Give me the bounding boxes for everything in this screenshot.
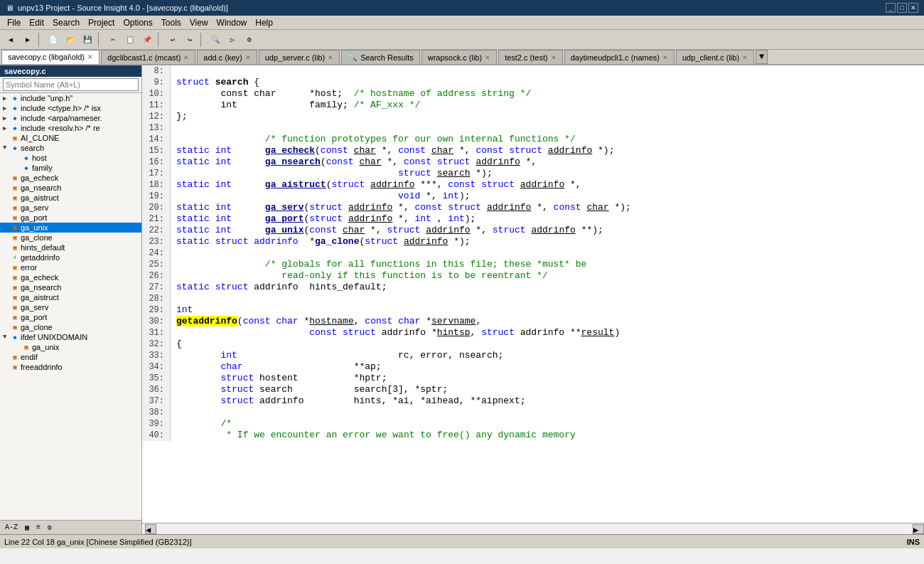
- menu-item-window[interactable]: Window: [213, 16, 252, 29]
- menu-item-project[interactable]: Project: [84, 16, 119, 29]
- open-button[interactable]: 📂: [63, 32, 78, 48]
- symbol-search-input[interactable]: [3, 78, 139, 91]
- cut-button[interactable]: ✂: [105, 32, 121, 48]
- menu-item-help[interactable]: Help: [251, 16, 277, 29]
- code-line-38: 38:: [142, 407, 924, 418]
- tree-item-13[interactable]: ▣ga_unix: [0, 223, 141, 233]
- tree-icon-5: ◆: [11, 144, 19, 152]
- find-next-button[interactable]: ▷: [225, 32, 240, 48]
- menu-item-search[interactable]: Search: [48, 16, 84, 29]
- tree-item-22[interactable]: ▣ga_port: [0, 312, 141, 322]
- tab-close-3[interactable]: ✕: [328, 54, 333, 61]
- line-number-31: 31:: [142, 327, 171, 339]
- tree-item-0[interactable]: ▶◆include "unp.h": [0, 93, 141, 103]
- tree-item-5[interactable]: ▼◆search: [0, 143, 141, 153]
- code-scroll[interactable]: 8:9:struct search {10: const char *host;…: [142, 65, 924, 523]
- code-line-25: 25: /* globals for all functions in this…: [142, 259, 924, 270]
- tree-icon-24: ◆: [11, 334, 19, 341]
- tree-label-13: ga_unix: [21, 223, 48, 232]
- tree-item-11[interactable]: ▣ga_serv: [0, 203, 141, 213]
- tree-item-21[interactable]: ▣ga_serv: [0, 302, 141, 312]
- tabs-more-button[interactable]: ▼: [756, 50, 768, 64]
- tree-label-18: ga_echeck: [21, 273, 58, 282]
- tree-item-8[interactable]: ▣ga_echeck: [0, 173, 141, 183]
- settings-button[interactable]: ⚙: [45, 523, 54, 532]
- tree-item-9[interactable]: ▣ga_nsearch: [0, 183, 141, 193]
- tab-8[interactable]: udp_client.c (lib)✕: [676, 50, 754, 64]
- tree-item-2[interactable]: ▶◆include <arpa/nameser.: [0, 113, 141, 123]
- tree-item-17[interactable]: ▣error: [0, 262, 141, 272]
- undo-button[interactable]: ↩: [165, 32, 181, 48]
- tab-close-0[interactable]: ✕: [87, 53, 93, 60]
- tab-close-8[interactable]: ✕: [742, 54, 748, 61]
- toolbar-separator-3: [158, 33, 162, 47]
- tree-item-3[interactable]: ▶◆include <resolv.h> /* re: [0, 123, 141, 133]
- tab-close-5[interactable]: ✕: [485, 54, 490, 61]
- menu-item-edit[interactable]: Edit: [25, 16, 48, 29]
- menu-item-tools[interactable]: Tools: [157, 16, 186, 29]
- maximize-button[interactable]: □: [897, 3, 907, 13]
- tab-1[interactable]: dgclibcast1.c (mcast)✕: [101, 50, 195, 64]
- tab-label-5: wrapsock.c (lib): [428, 53, 482, 62]
- toolbar: ◀ ▶ 📄 📂 💾 ✂ 📋 📌 ↩ ↪ 🔍 ▷ ⚙: [0, 30, 924, 50]
- menu-item-file[interactable]: File: [3, 16, 25, 29]
- scroll-left-button[interactable]: ◀: [145, 524, 156, 534]
- close-button[interactable]: ✕: [908, 3, 918, 13]
- tree-item-26[interactable]: ▣endif: [0, 352, 141, 362]
- grid-view-button[interactable]: ▦: [23, 523, 31, 532]
- minimize-button[interactable]: _: [886, 3, 896, 13]
- tree-item-18[interactable]: ▣ga_echeck: [0, 272, 141, 282]
- menu-item-view[interactable]: View: [186, 16, 213, 29]
- tree-item-12[interactable]: ▣ga_port: [0, 213, 141, 223]
- line-content-29: int: [171, 304, 924, 316]
- scroll-right-button[interactable]: ▶: [913, 524, 924, 534]
- line-content-27: static struct addrinfo hints_default;: [171, 282, 924, 293]
- tree-label-7: family: [32, 164, 53, 172]
- new-button[interactable]: 📄: [45, 32, 61, 48]
- tree-item-10[interactable]: ▣ga_aistruct: [0, 193, 141, 203]
- tree-item-23[interactable]: ▣ga_clone: [0, 322, 141, 332]
- tree-icon-18: ▣: [11, 274, 19, 282]
- tree-item-7[interactable]: ◆family: [0, 163, 141, 173]
- tab-3[interactable]: udp_server.c (lib)✕: [259, 50, 340, 64]
- tree-item-24[interactable]: ▼◆ifdef UNIXDOMAIN: [0, 332, 141, 342]
- tree-item-15[interactable]: ▣hints_default: [0, 243, 141, 252]
- tree-item-4[interactable]: ▣AI_CLONE: [0, 133, 141, 143]
- paste-button[interactable]: 📌: [139, 32, 155, 48]
- forward-button[interactable]: ▶: [20, 32, 36, 48]
- build-button[interactable]: ⚙: [242, 32, 257, 48]
- redo-button[interactable]: ↪: [182, 32, 198, 48]
- back-button[interactable]: ◀: [3, 32, 18, 48]
- menu-item-options[interactable]: Options: [119, 16, 156, 29]
- tree-item-14[interactable]: ▣ga_clone: [0, 233, 141, 243]
- tab-close-2[interactable]: ✕: [245, 54, 251, 61]
- bottom-scrollbar[interactable]: ◀ ▶: [142, 523, 924, 534]
- tree-item-20[interactable]: ▣ga_aistruct: [0, 292, 141, 302]
- tree-icon-19: ▣: [11, 284, 19, 292]
- az-sort-button[interactable]: A-Z: [3, 523, 20, 531]
- tab-4[interactable]: 🔍Search Results: [341, 50, 420, 64]
- tree-item-16[interactable]: ⚡getaddrinfo: [0, 252, 141, 262]
- search-button[interactable]: 🔍: [208, 32, 223, 48]
- tab-close-6[interactable]: ✕: [551, 54, 557, 61]
- tab-2[interactable]: add.c (key)✕: [197, 50, 257, 64]
- save-button[interactable]: 💾: [80, 32, 95, 48]
- tab-close-7[interactable]: ✕: [662, 54, 668, 61]
- tab-7[interactable]: daytimeudpcli1.c (names)✕: [564, 50, 675, 64]
- tree-item-27[interactable]: ▣freeaddrinfo: [0, 362, 141, 372]
- tree-item-19[interactable]: ▣ga_nsearch: [0, 282, 141, 292]
- tree-item-6[interactable]: ◆host: [0, 153, 141, 163]
- tree-item-25[interactable]: ▣ga_unix: [0, 342, 141, 352]
- tab-5[interactable]: wrapsock.c (lib)✕: [421, 50, 497, 64]
- tree-item-1[interactable]: ▶◆include <ctype.h> /* isx: [0, 103, 141, 113]
- line-content-38: [171, 407, 924, 418]
- tab-close-1[interactable]: ✕: [183, 54, 189, 61]
- scroll-track[interactable]: [156, 524, 913, 534]
- tab-6[interactable]: test2.c (test)✕: [498, 50, 563, 64]
- tree-label-9: ga_nsearch: [21, 183, 62, 192]
- copy-button[interactable]: 📋: [122, 32, 138, 48]
- code-line-11: 11: int family; /* AF_xxx */: [142, 100, 924, 111]
- tab-label-0: savecopy.c (libgai\old): [8, 53, 85, 61]
- tab-0[interactable]: savecopy.c (libgai\old)✕: [1, 50, 100, 64]
- list-view-button[interactable]: ≡: [34, 523, 43, 531]
